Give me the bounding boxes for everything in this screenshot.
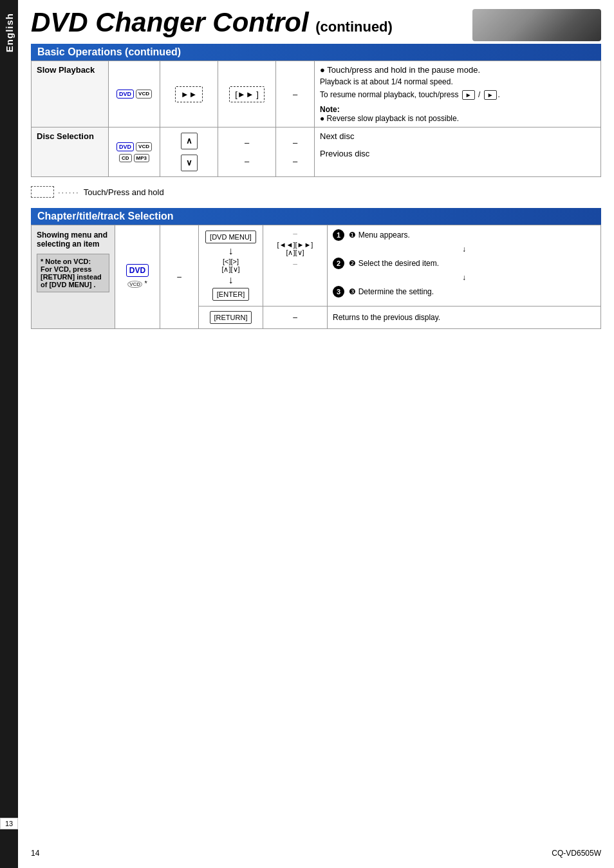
chapter-section: Chapter/title/track Selection Showing me… bbox=[31, 208, 601, 329]
chapter-table: Showing menu andselecting an item * Note… bbox=[31, 225, 601, 329]
page-footer: 14 CQ-VD6505W bbox=[18, 849, 614, 858]
vcd-badge2: VCD bbox=[136, 142, 152, 151]
return-desc-cell: Returns to the previous display. bbox=[328, 307, 601, 329]
footer-model: CQ-VD6505W bbox=[552, 849, 601, 858]
dvd-badge: DVD bbox=[116, 90, 134, 99]
chapter-btn2-col: – [◄◄][►►] [∧][∨] – bbox=[263, 225, 328, 307]
slow-playback-label: Slow Playback bbox=[32, 61, 109, 127]
header-decorative-image bbox=[472, 9, 601, 41]
remote-flow: – [◄◄][►►] [∧][∨] – bbox=[266, 229, 324, 269]
step3-text: 3 ❸ Determine the setting. bbox=[333, 286, 595, 297]
disc-selection-formats: DVD VCD CD MP3 bbox=[109, 127, 160, 177]
vcd-note-body: For VCD, press [RETURN] instead of [DVD … bbox=[41, 265, 106, 288]
basic-operations-header: Basic Operations (continued) bbox=[31, 44, 601, 61]
vcd-asterisk: * bbox=[144, 279, 147, 287]
arrow-btns-1: [<][>] [∧][∨] bbox=[221, 258, 239, 274]
vcd-badge3: VCD bbox=[127, 281, 142, 288]
sidebar-language-label: English bbox=[4, 13, 15, 52]
title-continued: (continued) bbox=[315, 19, 393, 35]
slow-playback-row: Slow Playback DVD VCD ►► [►► ] – bbox=[32, 61, 601, 127]
return-btn: [RETURN] bbox=[210, 311, 252, 324]
return-btn-cell: [RETURN] bbox=[199, 307, 263, 329]
vcd-note-title: * Note on VCD: bbox=[41, 258, 106, 265]
remote-dash-top: – bbox=[293, 229, 297, 238]
legend-dashed-box bbox=[31, 186, 54, 198]
slow-fwd-hold-icon: ►► bbox=[175, 86, 203, 102]
step1-text: 1 ❶ Menu appears. bbox=[333, 229, 595, 241]
return-desc-text: Returns to the previous display. bbox=[333, 313, 440, 322]
chapter-touch-col: – bbox=[160, 225, 199, 329]
remote-arrow-btns: [◄◄][►►] [∧][∨] bbox=[277, 241, 313, 257]
flow-arrow-1: ↓ bbox=[228, 246, 234, 256]
disc-selection-btn2: – – bbox=[218, 127, 276, 177]
page-title: DVD Changer Control (continued) bbox=[31, 9, 393, 36]
disc-selection-label: Disc Selection bbox=[32, 127, 109, 177]
title-main: DVD Changer Control bbox=[31, 7, 309, 37]
slow-playback-desc1: Touch/press and hold in the pause mode. bbox=[320, 65, 595, 75]
return-dash-cell: – bbox=[263, 307, 328, 329]
legend-row: ······ Touch/Press and hold bbox=[31, 186, 601, 198]
slow-playback-desc: Touch/press and hold in the pause mode. … bbox=[315, 61, 601, 127]
dvd-menu-flow: [DVD MENU] ↓ [<][>] [∧][∨] ↓ [ENTER] bbox=[201, 229, 260, 302]
step1-num: 1 bbox=[333, 229, 344, 241]
chapter-formats: DVD VCD * bbox=[115, 225, 160, 329]
chapter-label-main: Showing menu andselecting an item bbox=[37, 231, 109, 249]
chapter-section-header: Chapter/title/track Selection bbox=[31, 208, 601, 225]
cd-badge: CD bbox=[119, 154, 132, 162]
chapter-btn-dvd-menu-col: [DVD MENU] ↓ [<][>] [∧][∨] ↓ [ENTER] bbox=[199, 225, 263, 307]
enter-btn: [ENTER] bbox=[212, 288, 249, 301]
disc-selection-row: Disc Selection DVD VCD CD MP3 ∧ ∨ bbox=[32, 127, 601, 177]
prev-disc-label: Previous disc bbox=[320, 149, 595, 158]
slow-playback-desc2: Playback is at about 1/4 normal speed. bbox=[320, 77, 595, 86]
vcd-badge: VCD bbox=[136, 90, 152, 99]
disc-selection-desc: Next disc Previous disc bbox=[315, 127, 601, 177]
header-image-overlay bbox=[472, 9, 601, 41]
slow-playback-note-text: ● Reverse slow playback is not possible. bbox=[320, 114, 459, 123]
step3-num: 3 bbox=[333, 286, 344, 297]
disc-down-button: ∨ bbox=[181, 155, 198, 171]
sidebar: English 13 bbox=[0, 0, 18, 868]
step2-text: 2 ❷ Select the desired item. bbox=[333, 258, 595, 269]
step2-arrow: ↓ bbox=[333, 273, 595, 282]
slow-playback-note: Note: ● Reverse slow playback is not pos… bbox=[320, 105, 595, 123]
legend-dots: ······ bbox=[58, 187, 80, 197]
slow-playback-desc3: To resume normal playback, touch/press ►… bbox=[320, 89, 595, 101]
sidebar-page-number: 13 bbox=[0, 818, 18, 829]
page-header: DVD Changer Control (continued) bbox=[31, 9, 601, 36]
mp3-badge: MP3 bbox=[134, 154, 149, 162]
step2-num: 2 bbox=[333, 258, 344, 269]
vcd-note-box: * Note on VCD: For VCD, press [RETURN] i… bbox=[37, 254, 109, 292]
basic-operations-table: Slow Playback DVD VCD ►► [►► ] – bbox=[31, 61, 601, 177]
slow-playback-btn2: [►► ] bbox=[218, 61, 276, 127]
chapter-desc-col: 1 ❶ Menu appears. ↓ 2 ❷ Select the desir… bbox=[328, 225, 601, 307]
step1-arrow: ↓ bbox=[333, 245, 595, 254]
remote-dash-bottom: – bbox=[293, 259, 297, 269]
slow-playback-btn3: – bbox=[276, 61, 315, 127]
next-disc-label: Next disc bbox=[320, 131, 595, 141]
dvd-badge3: DVD bbox=[126, 264, 149, 277]
dvd-badge2: DVD bbox=[116, 142, 134, 151]
slow-playback-formats: DVD VCD bbox=[109, 61, 160, 127]
main-content: DVD Changer Control (continued) Basic Op… bbox=[18, 0, 614, 342]
disc-selection-btns: ∧ ∨ bbox=[160, 127, 218, 177]
dvd-menu-btn: [DVD MENU] bbox=[205, 231, 256, 243]
disc-up-button: ∧ bbox=[181, 133, 198, 149]
chapter-row-label: Showing menu andselecting an item * Note… bbox=[32, 225, 115, 329]
slow-playback-btn1: ►► bbox=[160, 61, 218, 127]
legend-text: Touch/Press and hold bbox=[84, 187, 164, 197]
flow-arrow-2: ↓ bbox=[228, 275, 234, 285]
slow-fwd-icon: [►► ] bbox=[229, 86, 265, 102]
footer-page-number: 14 bbox=[31, 849, 39, 858]
chapter-row-1: Showing menu andselecting an item * Note… bbox=[32, 225, 601, 307]
disc-selection-btn3: – – bbox=[276, 127, 315, 177]
